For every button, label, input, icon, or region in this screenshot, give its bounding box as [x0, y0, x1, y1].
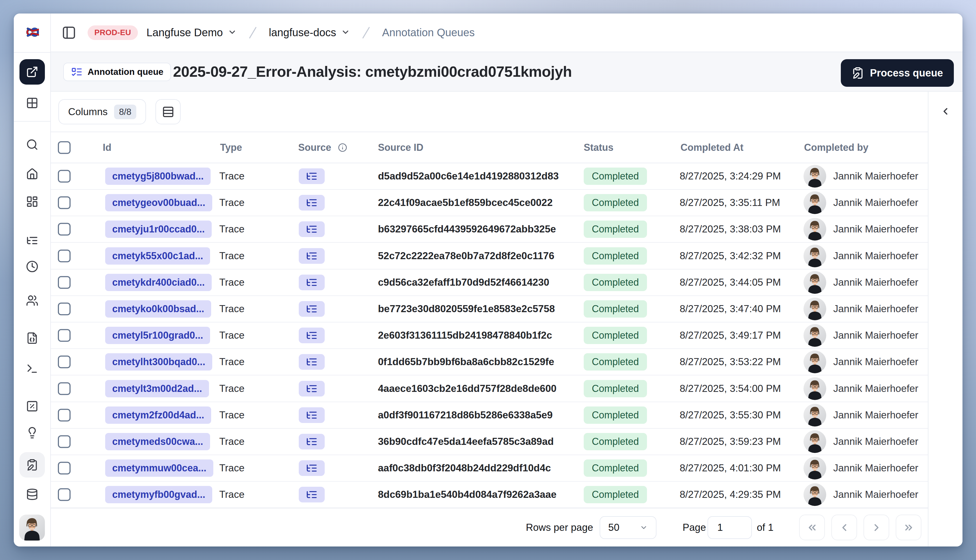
- table-row[interactable]: cmetymeds00cwa...Trace36b90cdfc47e5da14e…: [51, 428, 928, 455]
- row-checkbox[interactable]: [58, 170, 70, 183]
- column-header-completed-at[interactable]: Completed At: [681, 142, 744, 153]
- sidebar-item-database[interactable]: [20, 482, 45, 507]
- breadcrumb-project[interactable]: langfuse-docs: [269, 27, 336, 38]
- sidebar-item-clipboard-pen[interactable]: [20, 452, 45, 478]
- row-id-badge[interactable]: cmetyko0k00bsad...: [105, 300, 211, 318]
- row-id-badge[interactable]: cmetymyfb00gvad...: [105, 486, 212, 503]
- row-checkbox[interactable]: [58, 488, 70, 501]
- sidebar-item-square-percent[interactable]: [20, 393, 45, 419]
- sidebar-item-grid[interactable]: [20, 90, 45, 116]
- next-page-button[interactable]: [864, 515, 889, 540]
- row-completed-by: Jannik Maierhoefer: [804, 404, 918, 427]
- sidebar-item-dashboard[interactable]: [20, 189, 45, 214]
- row-height-button[interactable]: [155, 99, 180, 124]
- sidebar-item-external-link[interactable]: [20, 59, 45, 85]
- row-source-button[interactable]: [299, 248, 325, 264]
- row-source-button[interactable]: [299, 328, 325, 343]
- row-source-button[interactable]: [299, 195, 325, 210]
- table-row[interactable]: cmetyju1r00ccad0...Traceb63297665cfd4439…: [51, 216, 928, 243]
- row-source-button[interactable]: [299, 354, 325, 370]
- previous-page-button[interactable]: [831, 515, 857, 540]
- column-header-id[interactable]: Id: [103, 142, 112, 153]
- sidebar-item-file-code[interactable]: [20, 325, 45, 351]
- row-checkbox[interactable]: [58, 356, 70, 368]
- sidebar-item-lightbulb[interactable]: [20, 420, 45, 445]
- sidebar-item-search[interactable]: [20, 132, 45, 157]
- row-id-badge[interactable]: cmetylt3m00d2ad...: [105, 380, 209, 397]
- table-row[interactable]: cmetyl5r100grad0...Trace2e603f31361115db…: [51, 322, 928, 349]
- row-source-button[interactable]: [299, 301, 325, 317]
- row-checkbox[interactable]: [58, 303, 70, 315]
- sidebar-item-home[interactable]: [20, 162, 45, 187]
- breadcrumb-org[interactable]: Langfuse Demo: [147, 27, 223, 38]
- row-checkbox[interactable]: [58, 462, 70, 475]
- page-number-input[interactable]: 1: [707, 516, 752, 539]
- row-source-button[interactable]: [299, 381, 325, 397]
- chevron-down-icon[interactable]: [341, 28, 350, 38]
- first-page-button[interactable]: [799, 515, 825, 540]
- row-source-button[interactable]: [299, 460, 325, 476]
- table-row[interactable]: cmetymmuw00cea...Traceaaf0c38db0f3f2048b…: [51, 455, 928, 482]
- row-source-button[interactable]: [299, 407, 325, 423]
- table-row[interactable]: cmetylht300bqad0...Trace0f1dd65b7bb9bf6b…: [51, 349, 928, 375]
- row-source-button[interactable]: [299, 434, 325, 450]
- row-source-button[interactable]: [299, 222, 325, 237]
- row-checkbox[interactable]: [58, 197, 70, 209]
- table-row[interactable]: cmetylt3m00d2ad...Trace4aaece1603cb2e16d…: [51, 376, 928, 402]
- rows-per-page-value: 50: [608, 522, 619, 533]
- column-header-source[interactable]: Source: [298, 142, 331, 153]
- column-header-completed-by[interactable]: Completed by: [804, 142, 868, 153]
- process-queue-button[interactable]: Process queue: [841, 59, 954, 87]
- page-of-label: of 1: [757, 522, 774, 533]
- table-row[interactable]: cmetyko0k00bsad...Tracebe7723e30d8020559…: [51, 296, 928, 322]
- sidebar-item-users[interactable]: [20, 288, 45, 313]
- row-id-badge[interactable]: cmetyju1r00ccad0...: [105, 220, 212, 238]
- row-checkbox[interactable]: [58, 276, 70, 288]
- table-row[interactable]: cmetyk55x00c1ad...Trace52c72c2222ea78e0b…: [51, 243, 928, 270]
- column-header-status[interactable]: Status: [584, 142, 614, 153]
- table-row[interactable]: cmetym2fz00d4ad...Tracea0df3f901167218d8…: [51, 402, 928, 428]
- row-checkbox[interactable]: [58, 250, 70, 262]
- table-row[interactable]: cmetyg5j800bwad...Traced5ad9d52a00c6e14e…: [51, 163, 928, 190]
- page-title: 2025-09-27_Error-Analysis: cmetybzmi00cr…: [173, 63, 572, 80]
- columns-button[interactable]: Columns 8/8: [58, 99, 146, 124]
- row-id-badge[interactable]: cmetygeov00buad...: [105, 194, 212, 212]
- search-icon: [26, 138, 38, 151]
- row-completed-at: 8/27/2025, 4:01:30 PM: [680, 462, 781, 474]
- row-id-badge[interactable]: cmetym2fz00d4ad...: [105, 407, 211, 424]
- row-checkbox[interactable]: [58, 329, 70, 342]
- row-id-badge[interactable]: cmetyk55x00c1ad...: [105, 247, 210, 265]
- sidebar-item-list-tree[interactable]: [20, 228, 45, 253]
- row-id-badge[interactable]: cmetykdr400ciad0...: [105, 274, 212, 291]
- sidebar-item-clock[interactable]: [20, 254, 45, 279]
- row-id-badge[interactable]: cmetylht300bqad0...: [105, 353, 212, 370]
- list-tree-icon: [306, 303, 318, 315]
- row-checkbox[interactable]: [58, 223, 70, 236]
- column-header-type[interactable]: Type: [220, 142, 242, 153]
- select-all-checkbox[interactable]: [58, 141, 70, 154]
- sidebar-toggle-button[interactable]: [61, 25, 77, 40]
- row-source-id: 0f1dd65b7bb9bf6ba8a6cbb82c1529fe: [378, 356, 554, 368]
- environment-badge[interactable]: PROD-EU: [88, 25, 138, 40]
- row-id-badge[interactable]: cmetyg5j800bwad...: [105, 168, 210, 185]
- table-row[interactable]: cmetygeov00buad...Trace22c41f09acae5b1ef…: [51, 190, 928, 216]
- table-row[interactable]: cmetykdr400ciad0...Tracec9d56ca32efaff1b…: [51, 270, 928, 296]
- row-checkbox[interactable]: [58, 408, 70, 422]
- row-source-button[interactable]: [299, 168, 325, 184]
- collapse-panel-button[interactable]: [940, 106, 951, 118]
- info-icon[interactable]: [338, 143, 347, 152]
- row-source-button[interactable]: [299, 275, 325, 290]
- row-checkbox[interactable]: [58, 435, 70, 448]
- user-avatar[interactable]: [19, 515, 45, 540]
- row-checkbox[interactable]: [58, 382, 70, 395]
- rows-per-page-select[interactable]: 50: [600, 516, 656, 539]
- row-id-badge[interactable]: cmetyl5r100grad0...: [105, 327, 210, 344]
- sidebar-item-terminal[interactable]: [20, 356, 45, 382]
- chevron-down-icon[interactable]: [228, 28, 237, 38]
- column-header-source-id[interactable]: Source ID: [378, 142, 424, 153]
- row-id-badge[interactable]: cmetymmuw00cea...: [105, 460, 213, 477]
- row-id-badge[interactable]: cmetymeds00cwa...: [105, 433, 210, 450]
- table-row[interactable]: cmetymyfb00gvad...Trace8dc69b1ba1e540b4d…: [51, 482, 928, 508]
- row-source-button[interactable]: [299, 487, 325, 502]
- last-page-button[interactable]: [896, 515, 921, 540]
